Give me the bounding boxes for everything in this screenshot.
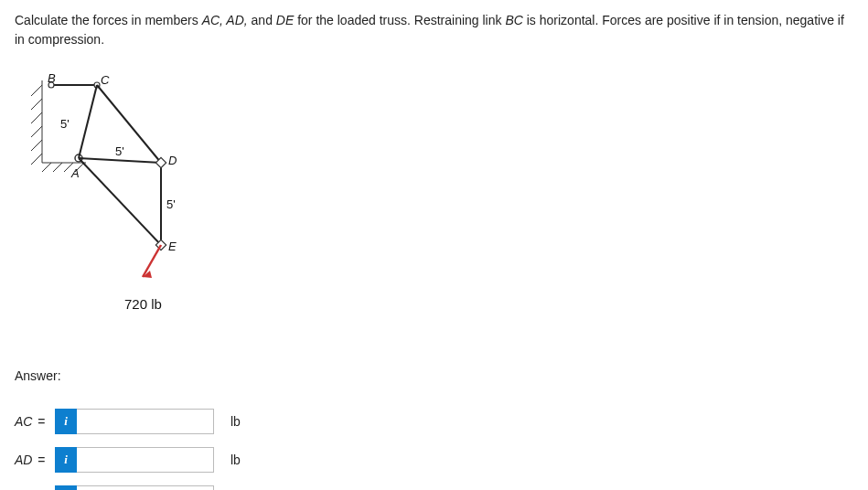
answer-rows: AC = i lb AD = i lb DE = i lb: [15, 409, 853, 490]
info-button-ac[interactable]: i: [55, 409, 77, 434]
dim-ad: 5': [115, 144, 124, 158]
svg-line-6: [31, 154, 42, 165]
input-de[interactable]: [77, 485, 214, 490]
svg-line-22: [143, 245, 161, 277]
svg-line-1: [31, 85, 42, 96]
q-mid: and: [248, 13, 276, 27]
question-text: Calculate the forces in members AC, AD, …: [15, 11, 853, 49]
svg-line-5: [31, 140, 42, 151]
svg-line-4: [31, 126, 42, 137]
info-button-de[interactable]: i: [55, 485, 77, 490]
dim-ba: 5': [60, 117, 70, 131]
q-part2: for the loaded truss. Restraining link: [294, 13, 505, 27]
svg-line-17: [97, 85, 161, 163]
row-ac: AC = i lb: [15, 409, 853, 434]
load-label: 720 lb: [124, 296, 162, 312]
q-em1: AC, AD,: [202, 13, 248, 27]
row-de: DE = i lb: [15, 485, 853, 490]
svg-line-9: [53, 163, 62, 172]
unit-ac: lb: [230, 414, 241, 429]
truss-figure: B C A D E 5' 5' 5' 720 lb: [15, 71, 853, 339]
svg-line-19: [79, 158, 161, 245]
label-b: B: [48, 71, 56, 85]
svg-line-3: [31, 112, 42, 123]
svg-line-15: [79, 85, 97, 158]
info-button-ad[interactable]: i: [55, 447, 77, 473]
label-c: C: [101, 73, 110, 87]
svg-line-2: [31, 99, 42, 110]
input-ac[interactable]: [77, 409, 214, 434]
row-ad: AD = i lb: [15, 447, 853, 473]
row-label-ad: AD =: [15, 453, 55, 467]
input-ad[interactable]: [77, 447, 214, 473]
answer-heading: Answer:: [15, 368, 853, 383]
unit-ad: lb: [230, 453, 241, 467]
q-em3: BC: [505, 13, 522, 27]
q-em2: DE: [276, 13, 294, 27]
q-part1: Calculate the forces in members: [15, 13, 202, 27]
label-d: D: [168, 154, 177, 167]
label-e: E: [168, 240, 177, 253]
svg-line-8: [42, 163, 51, 172]
dim-de: 5': [166, 197, 176, 211]
svg-line-16: [79, 158, 161, 163]
label-a: A: [70, 166, 80, 180]
row-label-ac: AC =: [15, 414, 55, 429]
